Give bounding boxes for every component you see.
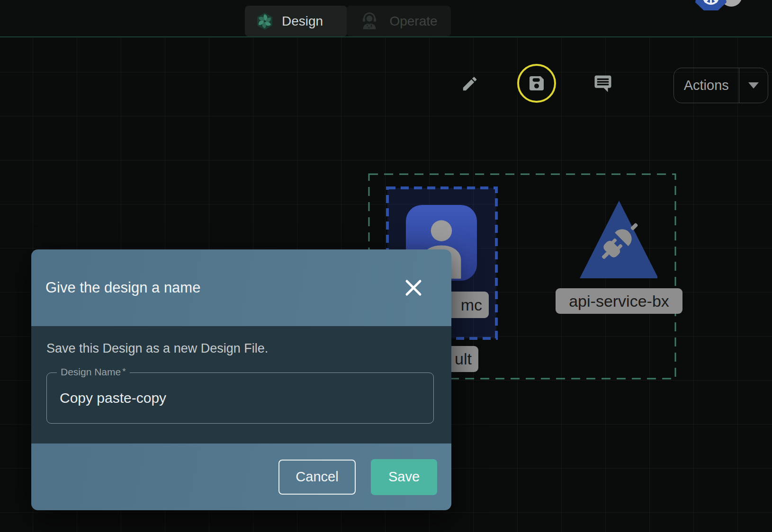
kubernetes-logo-icon[interactable] [694,0,727,10]
save-button[interactable]: Save [371,459,437,495]
triangle-shape [580,201,657,278]
dialog-footer: Cancel Save [31,443,451,510]
save-highlight-ring[interactable] [517,64,556,103]
save-floppy-icon [527,74,546,93]
api-service-node[interactable] [580,201,657,278]
tab-design-label: Design [282,14,323,29]
cancel-button[interactable]: Cancel [278,460,356,495]
meshery-logo-icon [255,12,274,31]
design-name-label: Design Name* [57,366,130,378]
dialog-body: Save this Design as a new Design File. D… [31,326,451,443]
dialog-description: Save this Design as a new Design File. [46,340,434,356]
close-icon [404,278,423,298]
api-service-node-label[interactable]: api-service-bx [556,288,682,314]
chevron-down-icon [748,82,759,89]
actions-dropdown-toggle[interactable] [739,68,768,103]
save-design-dialog: Give the design a name Save this Design … [31,249,451,510]
tab-operate-label: Operate [389,14,437,29]
operate-headset-icon [360,12,379,31]
dialog-header: Give the design a name [31,249,451,326]
actions-button[interactable]: Actions [673,68,768,103]
tab-design[interactable]: Design [245,6,347,36]
design-name-field: Design Name* [46,372,434,424]
top-navigation-bar: Design Operate [0,0,772,37]
actions-button-label[interactable]: Actions [674,68,739,103]
dialog-close-button[interactable] [402,276,425,299]
dialog-title: Give the design a name [45,279,200,296]
required-asterisk: * [122,366,126,376]
design-name-input[interactable] [47,390,433,407]
tab-operate[interactable]: Operate [347,6,451,36]
comment-icon[interactable] [593,74,613,94]
edit-pencil-icon[interactable] [461,75,479,93]
